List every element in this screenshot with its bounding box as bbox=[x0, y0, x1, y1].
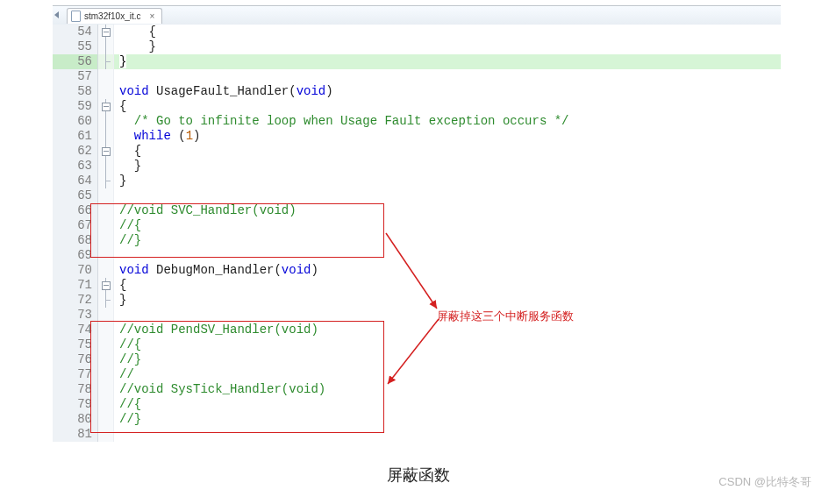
code-text: //} bbox=[114, 352, 781, 367]
code-line[interactable]: 69 bbox=[53, 248, 781, 263]
code-line[interactable]: 72} bbox=[53, 293, 781, 308]
code-line[interactable]: 71{ bbox=[53, 278, 781, 293]
fold-guide bbox=[98, 412, 114, 427]
fold-toggle-icon[interactable] bbox=[98, 99, 114, 114]
line-number: 69 bbox=[53, 248, 98, 263]
code-line[interactable]: 68//} bbox=[53, 233, 781, 248]
code-text: //{ bbox=[114, 218, 781, 233]
code-text: void UsageFault_Handler(void) bbox=[114, 84, 781, 99]
code-line[interactable]: 62 { bbox=[53, 144, 781, 159]
code-text: } bbox=[114, 54, 781, 69]
line-number: 67 bbox=[53, 218, 98, 233]
code-line[interactable]: 70void DebugMon_Handler(void) bbox=[53, 263, 781, 278]
watermark: CSDN @比特冬哥 bbox=[718, 474, 811, 490]
fold-guide bbox=[98, 397, 114, 412]
fold-guide bbox=[98, 114, 114, 129]
code-line[interactable]: 54 { bbox=[53, 25, 781, 39]
code-text: //} bbox=[114, 233, 781, 248]
code-line[interactable]: 64} bbox=[53, 174, 781, 188]
fold-guide bbox=[98, 54, 114, 69]
code-text: //void SVC_Handler(void) bbox=[114, 203, 781, 218]
code-line[interactable]: 65 bbox=[53, 188, 781, 203]
fold-guide bbox=[98, 188, 114, 203]
tab-strip: stm32f10x_it.c × bbox=[53, 5, 781, 25]
code-line[interactable]: 76//} bbox=[53, 352, 781, 367]
code-line[interactable]: 63 } bbox=[53, 159, 781, 174]
code-line[interactable]: 55 } bbox=[53, 39, 781, 54]
code-line[interactable]: 60 /* Go to infinite loop when Usage Fau… bbox=[53, 114, 781, 129]
code-line[interactable]: 56} bbox=[53, 54, 781, 69]
line-number: 71 bbox=[53, 278, 98, 293]
fold-guide bbox=[98, 159, 114, 174]
code-line[interactable]: 73 bbox=[53, 308, 781, 323]
figure-caption: 屏蔽函数 bbox=[0, 465, 836, 486]
code-text: //{ bbox=[114, 337, 781, 352]
code-text: { bbox=[114, 278, 781, 293]
code-line[interactable]: 59{ bbox=[53, 99, 781, 114]
line-number: 78 bbox=[53, 382, 98, 397]
code-line[interactable]: 78//void SysTick_Handler(void) bbox=[53, 382, 781, 397]
file-tab-label: stm32f10x_it.c bbox=[84, 11, 140, 21]
close-tab-icon[interactable]: × bbox=[149, 11, 154, 21]
fold-toggle-icon[interactable] bbox=[98, 25, 114, 39]
fold-guide bbox=[98, 84, 114, 99]
fold-toggle-icon[interactable] bbox=[98, 278, 114, 293]
code-editor[interactable]: 54 {55 }56}5758void UsageFault_Handler(v… bbox=[53, 25, 781, 442]
code-text: } bbox=[114, 174, 781, 188]
code-text: while (1) bbox=[114, 129, 781, 144]
code-line[interactable]: 80//} bbox=[53, 412, 781, 427]
tab-scroll-left-icon[interactable] bbox=[54, 11, 59, 18]
fold-guide bbox=[98, 427, 114, 442]
code-text: } bbox=[114, 39, 781, 54]
code-text: /* Go to infinite loop when Usage Fault … bbox=[114, 114, 781, 129]
code-line[interactable]: 61 while (1) bbox=[53, 129, 781, 144]
line-number: 80 bbox=[53, 412, 98, 427]
line-number: 55 bbox=[53, 39, 98, 54]
annotation-text: 屏蔽掉这三个中断服务函数 bbox=[437, 309, 574, 324]
line-number: 68 bbox=[53, 233, 98, 248]
code-line[interactable]: 79//{ bbox=[53, 397, 781, 412]
code-line[interactable]: 75//{ bbox=[53, 337, 781, 352]
line-number: 54 bbox=[53, 25, 98, 39]
code-line[interactable]: 57 bbox=[53, 69, 781, 84]
line-number: 59 bbox=[53, 99, 98, 114]
fold-guide bbox=[98, 218, 114, 233]
file-tab[interactable]: stm32f10x_it.c × bbox=[67, 8, 162, 24]
line-number: 66 bbox=[53, 203, 98, 218]
c-file-icon bbox=[71, 11, 81, 22]
fold-guide bbox=[98, 382, 114, 397]
code-line[interactable]: 66//void SVC_Handler(void) bbox=[53, 203, 781, 218]
code-line[interactable]: 58void UsageFault_Handler(void) bbox=[53, 84, 781, 99]
line-number: 57 bbox=[53, 69, 98, 84]
code-line[interactable]: 81 bbox=[53, 427, 781, 442]
line-number: 73 bbox=[53, 308, 98, 323]
code-line[interactable]: 77// bbox=[53, 367, 781, 382]
code-text: { bbox=[114, 144, 781, 159]
fold-guide bbox=[98, 129, 114, 144]
code-text bbox=[114, 248, 781, 263]
fold-guide bbox=[98, 323, 114, 337]
code-line[interactable]: 74//void PendSV_Handler(void) bbox=[53, 323, 781, 337]
code-text: //void PendSV_Handler(void) bbox=[114, 323, 781, 337]
code-text: } bbox=[114, 293, 781, 308]
line-number: 77 bbox=[53, 367, 98, 382]
fold-guide bbox=[98, 308, 114, 323]
fold-guide bbox=[98, 263, 114, 278]
line-number: 72 bbox=[53, 293, 98, 308]
code-line[interactable]: 67//{ bbox=[53, 218, 781, 233]
fold-toggle-icon[interactable] bbox=[98, 144, 114, 159]
fold-guide bbox=[98, 203, 114, 218]
code-text bbox=[114, 427, 781, 442]
line-number: 65 bbox=[53, 188, 98, 203]
code-text: } bbox=[114, 159, 781, 174]
fold-guide bbox=[98, 233, 114, 248]
fold-guide bbox=[98, 69, 114, 84]
code-text: { bbox=[114, 25, 781, 39]
fold-guide bbox=[98, 39, 114, 54]
code-text bbox=[114, 69, 781, 84]
code-text: // bbox=[114, 367, 781, 382]
line-number: 58 bbox=[53, 84, 98, 99]
line-number: 64 bbox=[53, 174, 98, 188]
fold-guide bbox=[98, 337, 114, 352]
fold-guide bbox=[98, 352, 114, 367]
